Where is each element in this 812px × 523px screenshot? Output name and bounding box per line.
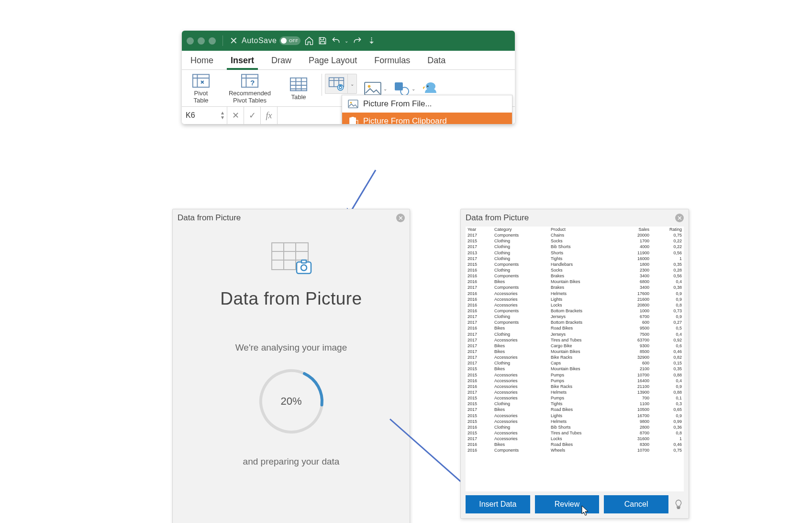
- redo-icon[interactable]: [353, 36, 362, 45]
- table-row[interactable]: 2017AccessoriesLocks316001: [466, 436, 684, 442]
- cell: 0,9: [651, 384, 684, 389]
- insert-data-button[interactable]: Insert Data: [466, 495, 530, 513]
- table-row[interactable]: 2016BikesRoad Bikes83000,46: [466, 442, 684, 447]
- pivot-table-button[interactable]: Pivot Table: [186, 73, 216, 104]
- cell: 63700: [620, 337, 651, 343]
- table-button[interactable]: Table: [283, 73, 314, 104]
- cell: 9500: [620, 325, 651, 331]
- table-row[interactable]: 2015ComponentsHandlebars18000,35: [466, 262, 684, 267]
- table-row[interactable]: 2015AccessoriesPumps7000,1: [466, 395, 684, 401]
- table-row[interactable]: 2016BikesRoad Bikes95000,5: [466, 325, 684, 331]
- table-row[interactable]: 2015AccessoriesTires and Tubes87000,8: [466, 430, 684, 436]
- cell: 600: [620, 319, 651, 325]
- table-row[interactable]: 2016AccessoriesLocks208000,8: [466, 302, 684, 308]
- undo-dropdown-icon[interactable]: ⌄: [345, 38, 349, 44]
- home-icon[interactable]: [304, 36, 314, 45]
- enter-formula-icon[interactable]: ✓: [244, 107, 261, 124]
- cell: Mountain Bikes: [549, 366, 620, 372]
- qat-customize-icon[interactable]: ⇣: [368, 35, 376, 46]
- table-row[interactable]: 2015BikesMountain Bikes21000,35: [466, 366, 684, 372]
- table-row[interactable]: 2016AccessoriesLights216000,9: [466, 296, 684, 302]
- name-box[interactable]: K6 ▴▾: [182, 107, 227, 124]
- cell: 700: [620, 395, 651, 401]
- table-row[interactable]: 2016AccessoriesBike Racks211000,9: [466, 384, 684, 389]
- pictures-button[interactable]: ⌄: [364, 81, 387, 96]
- data-from-picture-split-button[interactable]: ⌄: [325, 73, 357, 95]
- zoom-dot-icon[interactable]: [209, 37, 216, 45]
- cell-reference: K6: [186, 111, 195, 120]
- table-row[interactable]: 2015AccessoriesLights167000,9: [466, 413, 684, 419]
- close-icon[interactable]: ✕: [675, 214, 684, 222]
- autosave-toggle[interactable]: AutoSave OFF: [242, 36, 300, 45]
- picture-from-file-menu-item[interactable]: Picture From File...: [342, 95, 512, 113]
- cell: 0,65: [651, 407, 684, 412]
- fx-icon[interactable]: fx: [261, 107, 278, 124]
- close-icon[interactable]: ✕: [396, 214, 405, 222]
- cell: 2017: [466, 244, 492, 250]
- preview-table[interactable]: YearCategoryProductSalesRating 2017Compo…: [466, 227, 684, 491]
- tab-insert[interactable]: Insert: [222, 51, 263, 69]
- cancel-button[interactable]: Cancel: [604, 495, 668, 513]
- cancel-formula-icon[interactable]: ✕: [227, 107, 244, 124]
- tab-page-layout[interactable]: Page Layout: [300, 51, 366, 69]
- cell: Lights: [549, 296, 620, 302]
- table-row[interactable]: 2017ComponentsBottom Brackets6000,27: [466, 319, 684, 325]
- cell: Clothing: [492, 238, 549, 244]
- table-row[interactable]: 2015ClothingSocks17000,22: [466, 238, 684, 244]
- table-row[interactable]: 2017BikesRoad Bikes105000,65: [466, 407, 684, 412]
- save-icon[interactable]: [318, 36, 327, 45]
- table-row[interactable]: 2017AccessoriesHelmets139000,88: [466, 389, 684, 395]
- table-row[interactable]: 2017ClothingJerseys75000,4: [466, 331, 684, 337]
- recommended-pivot-label: Recommended Pivot Tables: [222, 90, 278, 104]
- table-row[interactable]: 2016ComponentsBottom Brackets10000,73: [466, 308, 684, 314]
- traffic-lights[interactable]: [187, 37, 216, 45]
- close-icon[interactable]: ✕: [230, 36, 238, 45]
- minimize-dot-icon[interactable]: [198, 37, 205, 45]
- table-row[interactable]: 2017AccessoriesTires and Tubes637000,92: [466, 337, 684, 343]
- data-from-picture-dropdown-icon[interactable]: ⌄: [347, 74, 357, 94]
- table-row[interactable]: 2016AccessoriesPumps164000,4: [466, 378, 684, 384]
- lightbulb-icon[interactable]: [673, 499, 684, 510]
- cell: 10700: [620, 372, 651, 378]
- shapes-button[interactable]: ⌄: [394, 81, 415, 96]
- close-dot-icon[interactable]: [187, 37, 194, 45]
- name-box-dropdown-icon[interactable]: ▴▾: [221, 111, 224, 120]
- table-row[interactable]: 2017BikesCargo Bike93000,6: [466, 343, 684, 349]
- tab-draw[interactable]: Draw: [263, 51, 300, 69]
- table-row[interactable]: 2016ComponentsBrakes34000,56: [466, 273, 684, 279]
- cell: 2016: [466, 447, 492, 453]
- tab-data[interactable]: Data: [419, 51, 454, 69]
- table-row[interactable]: 2017BikesMountain Bikes85000,46: [466, 349, 684, 354]
- tab-home[interactable]: Home: [182, 51, 222, 69]
- cell: Components: [492, 284, 549, 290]
- table-row[interactable]: 2016AccessoriesHelmets176000,9: [466, 291, 684, 296]
- table-row[interactable]: 2016ComponentsWheels107000,75: [466, 447, 684, 453]
- table-row[interactable]: 2017ClothingCaps6000,15: [466, 360, 684, 366]
- recommended-pivot-button[interactable]: ? Recommended Pivot Tables: [221, 73, 278, 104]
- table-row[interactable]: 2013ClothingShorts119000,56: [466, 250, 684, 256]
- table-row[interactable]: 2016BikesMountain Bikes68000,4: [466, 279, 684, 284]
- cell: 2017: [466, 337, 492, 343]
- table-row[interactable]: 2015AccessoriesPumps107000,88: [466, 372, 684, 378]
- review-button[interactable]: Review: [535, 495, 600, 513]
- table-row[interactable]: 2017AccessoriesBike Racks329000,82: [466, 354, 684, 360]
- cell: Clothing: [492, 401, 549, 407]
- table-row[interactable]: 2017ClothingTights160001: [466, 256, 684, 262]
- table-row[interactable]: 2016ClothingSocks23000,28: [466, 267, 684, 273]
- table-row[interactable]: 2017ClothingBib Shorts40000,22: [466, 244, 684, 250]
- table-row[interactable]: 2016ClothingBib Shorts28000,36: [466, 424, 684, 430]
- cell: 2017: [466, 319, 492, 325]
- data-from-picture-icon[interactable]: [325, 74, 347, 94]
- table-row[interactable]: 2015ClothingTights11000,3: [466, 401, 684, 407]
- table-row[interactable]: 2017ComponentsChains200000,75: [466, 232, 684, 238]
- cell: 0,15: [651, 360, 684, 366]
- picture-from-clipboard-menu-item[interactable]: Picture From Clipboard: [342, 113, 512, 124]
- cell: 2016: [466, 273, 492, 279]
- table-row[interactable]: 2015AccessoriesHelmets98000,99: [466, 419, 684, 424]
- table-row[interactable]: 2017ClothingJerseys67000,9: [466, 314, 684, 319]
- data-from-picture-review-panel: Data from Picture ✕ YearCategoryProductS…: [460, 209, 689, 519]
- cell: 2015: [466, 401, 492, 407]
- table-row[interactable]: 2017ComponentsBrakes34000,38: [466, 284, 684, 290]
- undo-icon[interactable]: [331, 36, 341, 45]
- tab-formulas[interactable]: Formulas: [366, 51, 419, 69]
